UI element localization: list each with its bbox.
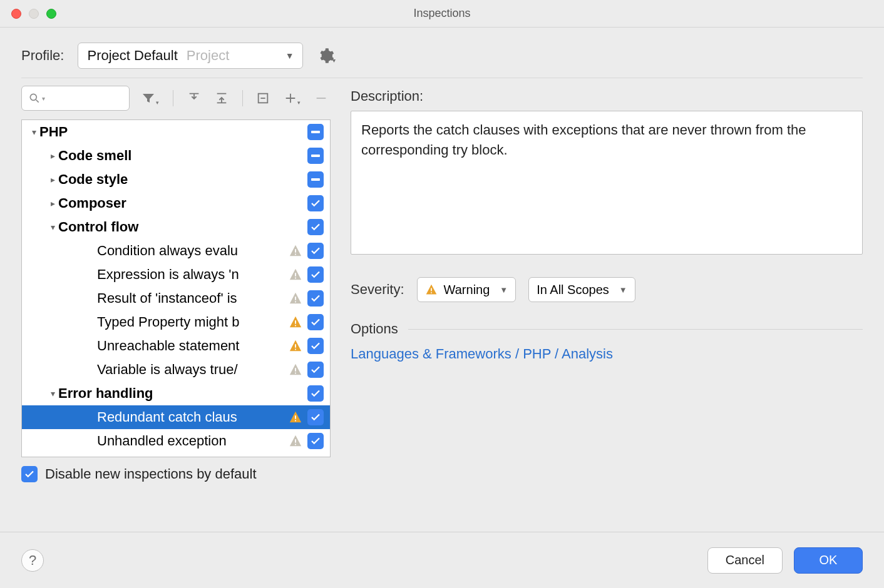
tree-item-checkbox[interactable] [307, 266, 324, 283]
remove-button[interactable] [312, 89, 331, 108]
tree-item-label: Typed Property might b [97, 314, 289, 330]
tree-item-checkbox[interactable] [307, 433, 324, 449]
tree-item-row[interactable]: Condition always evalu [22, 239, 330, 263]
search-input[interactable]: ▾ [21, 86, 130, 111]
add-button[interactable]: ▾ [281, 88, 303, 108]
svg-rect-21 [431, 292, 432, 293]
tree-group-row[interactable]: ▸Code style [22, 168, 330, 191]
tree-item-label: Redundant catch claus [97, 409, 289, 425]
content-area: ▾ ▾ ▾ ▾PHP [0, 78, 884, 482]
profile-label: Profile: [21, 48, 64, 64]
tree-item-row[interactable]: Typed Property might b [22, 310, 330, 334]
help-icon: ? [29, 552, 36, 569]
svg-rect-10 [295, 320, 296, 324]
tree-item-label: Unhandled exception [97, 433, 289, 449]
profile-selected-name: Project Default [87, 48, 177, 64]
tree-item-label: Result of 'instanceof' is [97, 290, 289, 307]
cancel-button[interactable]: Cancel [707, 547, 783, 574]
profile-settings-button[interactable]: ▾ [317, 47, 336, 64]
description-text: Reports the catch clauses with exception… [351, 111, 863, 255]
reset-button[interactable] [254, 89, 272, 108]
severity-level-select[interactable]: Warning ▼ [417, 277, 517, 302]
ok-button[interactable]: OK [794, 547, 863, 574]
help-button[interactable]: ? [21, 549, 44, 572]
severity-scope-value: In All Scopes [537, 283, 609, 297]
tree-group-row[interactable]: ▾Error handling [22, 382, 330, 405]
tree-item-checkbox[interactable] [307, 290, 324, 307]
checkbox-icon [307, 409, 324, 425]
checkbox-icon [307, 243, 324, 259]
tree-item-label: Code smell [58, 148, 307, 164]
tree-item-checkbox[interactable] [307, 219, 324, 235]
ok-label: OK [820, 553, 838, 567]
warning-icon [289, 410, 302, 424]
tree-group-row[interactable]: ▾Control flow [22, 215, 330, 239]
tree-item-row[interactable]: Unreachable statement [22, 334, 330, 358]
checkbox-icon [307, 219, 324, 235]
chevron-down-icon: ▼ [619, 285, 627, 295]
profile-select[interactable]: Project Default Project ▼ [78, 43, 303, 69]
tree-group-row[interactable]: ▸Code smell [22, 144, 330, 168]
warning-icon [289, 434, 302, 448]
tree-item-row[interactable]: Variable is always true/ [22, 358, 330, 382]
chevron-down-icon: ▾ [47, 222, 58, 232]
svg-rect-17 [295, 420, 296, 422]
tree-item-row[interactable]: Unhandled exception [22, 429, 330, 453]
checkbox-icon [307, 362, 324, 378]
svg-rect-15 [295, 373, 296, 374]
tree-group-row[interactable]: ▸Composer [22, 191, 330, 215]
disable-new-inspections-label: Disable new inspections by default [45, 466, 257, 482]
collapse-all-button[interactable] [212, 89, 231, 108]
tree-item-checkbox[interactable] [307, 362, 324, 378]
tree-item-label: Expression is always 'n [97, 266, 289, 283]
tree-item-label: Variable is always true/ [97, 362, 289, 378]
tree-item-row[interactable]: Result of 'instanceof' is [22, 286, 330, 310]
severity-scope-select[interactable]: In All Scopes ▼ [528, 277, 635, 302]
filter-button[interactable]: ▾ [138, 88, 162, 108]
svg-rect-18 [295, 439, 296, 443]
checkbox-icon [307, 266, 324, 283]
severity-label: Severity: [351, 281, 404, 298]
tree-item-checkbox[interactable] [307, 195, 324, 211]
svg-rect-14 [295, 368, 296, 372]
tree-item-checkbox[interactable] [307, 124, 324, 140]
tree-group-row[interactable]: ▾PHP [22, 120, 330, 144]
warning-icon [425, 283, 438, 296]
filter-icon [141, 91, 156, 106]
chevron-right-icon: ▸ [47, 151, 58, 161]
collapse-all-icon [215, 91, 229, 105]
warning-icon [289, 363, 302, 377]
search-icon [28, 92, 41, 104]
expand-all-button[interactable] [185, 89, 203, 108]
profile-selected-scope: Project [187, 48, 229, 64]
inspection-tree[interactable]: ▾PHP▸Code smell▸Code style▸Composer▾Cont… [21, 119, 331, 457]
tree-item-checkbox[interactable] [307, 409, 324, 425]
tree-item-label: Code style [58, 171, 307, 188]
tree-item-checkbox[interactable] [307, 385, 324, 402]
checkbox-icon [307, 314, 324, 330]
tree-item-checkbox[interactable] [307, 148, 324, 164]
tree-item-checkbox[interactable] [307, 171, 324, 188]
disable-new-inspections-option[interactable]: Disable new inspections by default [21, 466, 331, 482]
tree-item-checkbox[interactable] [307, 338, 324, 354]
titlebar: Inspections [0, 0, 884, 28]
plus-icon [284, 91, 297, 105]
tree-item-checkbox[interactable] [307, 314, 324, 330]
tree-item-checkbox[interactable] [307, 243, 324, 259]
svg-line-1 [36, 100, 39, 103]
tree-item-row[interactable]: Redundant catch claus [22, 405, 330, 429]
svg-rect-11 [295, 325, 296, 327]
description-label: Description: [351, 88, 863, 104]
warning-icon [289, 339, 302, 353]
svg-rect-6 [295, 273, 296, 276]
checkbox-icon [307, 195, 324, 211]
checkbox-icon [307, 385, 324, 402]
tree-item-row[interactable]: Expression is always 'n [22, 263, 330, 286]
checkbox-icon [307, 433, 324, 449]
warning-icon [289, 291, 302, 305]
svg-rect-4 [295, 249, 296, 253]
options-link[interactable]: Languages & Frameworks / PHP / Analysis [351, 346, 613, 362]
severity-row: Severity: Warning ▼ In All Scopes ▼ [351, 277, 863, 302]
checkbox-icon [307, 124, 324, 140]
chevron-down-icon: ▼ [285, 51, 294, 61]
